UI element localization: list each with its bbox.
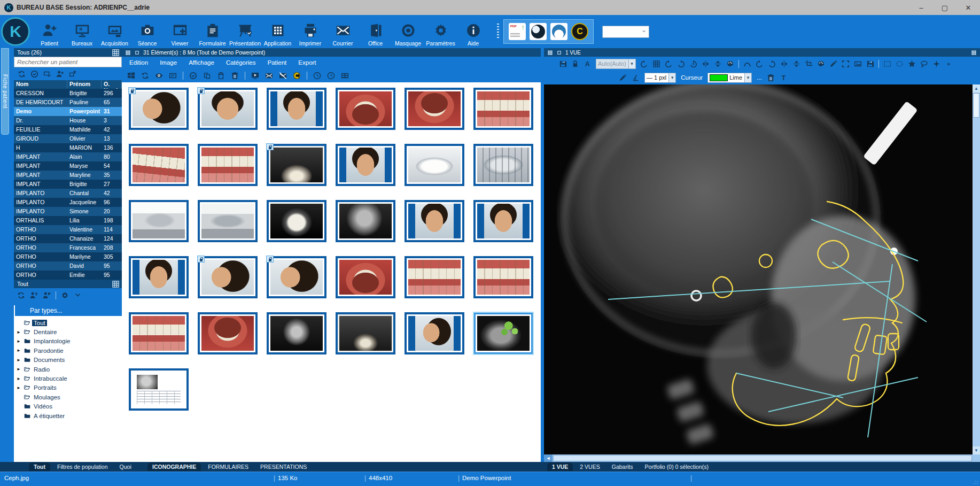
table-row[interactable]: DE HEMRICOURTPauline65 [14, 98, 122, 107]
table-row[interactable]: IMPLANTAlain80 [14, 152, 122, 161]
table-row[interactable]: ORTHOMarilyne305 [14, 252, 122, 261]
table-row[interactable]: IMPLANTOChantal42 [14, 189, 122, 198]
resize-grip[interactable]: .:: [973, 480, 978, 485]
tree-header[interactable]: Par types... [14, 305, 122, 316]
maximize-button[interactable]: ▢ [933, 0, 956, 15]
thumbnail-portrait-front[interactable] [198, 88, 258, 130]
viewer-flipv-icon[interactable] [714, 60, 722, 68]
tab-portfolio-0-0-s-lection-s-[interactable]: Portfolio (0) 0 sélection(s) [640, 462, 713, 471]
icono-cbadge-icon[interactable] [293, 72, 301, 80]
viewer-lock-icon[interactable] [571, 60, 579, 68]
tab-gabarits[interactable]: Gabarits [607, 462, 638, 471]
edit-floppy-icon[interactable] [866, 60, 874, 68]
patient-personp-icon[interactable] [56, 70, 64, 78]
tree-item-vidéos[interactable]: Vidéos [15, 402, 122, 411]
icono-envoff-icon[interactable] [279, 72, 287, 80]
table-row[interactable]: FEUILLIEMathilde42 [14, 125, 122, 134]
thumbnail-teeth-front[interactable] [129, 312, 189, 354]
patient-refresh-icon[interactable] [18, 70, 26, 78]
thumbnail-portrait-profile[interactable] [129, 88, 189, 130]
toolbar-item-formulaire[interactable]: Formulaire [196, 22, 229, 47]
viewer-floppy-icon[interactable] [559, 60, 567, 68]
toolbar-drag-handle[interactable] [497, 24, 499, 40]
toolbar-combobox[interactable] [602, 26, 649, 38]
thumbnail-panoramic-small[interactable] [336, 312, 395, 354]
icono-paste-icon[interactable] [217, 72, 225, 80]
table-row[interactable]: ORTHOValentine114 [14, 225, 122, 234]
column-prenom[interactable]: Prénom [67, 80, 102, 89]
overflow-chevs-icon[interactable]: » [945, 60, 953, 68]
table-row[interactable]: ORTHODavid95 [14, 261, 122, 271]
thumbnail-cast-profile[interactable] [129, 200, 189, 242]
table-row[interactable]: IMPLANTOJacqueline96 [14, 198, 122, 207]
icono-envx-icon[interactable] [265, 72, 273, 80]
edit-palette-icon[interactable] [817, 60, 825, 68]
thumbnail-panoramic-xray[interactable] [267, 144, 326, 186]
vertical-scrollbar[interactable]: ▲ ▼ [973, 84, 980, 454]
select-lasso-icon[interactable] [920, 60, 928, 68]
tree-gear-icon[interactable] [61, 291, 69, 299]
select-selell-icon[interactable] [896, 60, 904, 68]
annot-T-icon[interactable]: T [780, 74, 788, 82]
tab-formulaires[interactable]: FORMULAIRES [203, 462, 253, 471]
edit-curve-icon[interactable] [743, 60, 751, 68]
thumbnail-occlusal-upper[interactable] [336, 256, 395, 298]
menu-image[interactable]: Image [160, 59, 177, 66]
tab-1-vue[interactable]: 1 VUE [547, 462, 573, 471]
icono-check-icon[interactable] [189, 72, 197, 80]
horizontal-scrollbar[interactable]: ◄ [544, 454, 973, 462]
thumbnail-portrait-front-wide[interactable] [267, 88, 326, 130]
tree-item-documents[interactable]: ►Documents [15, 356, 122, 365]
select-selrect-icon[interactable] [883, 60, 891, 68]
thumbnail-xray-annotated[interactable] [473, 312, 533, 354]
icono-tableic-icon[interactable] [341, 72, 349, 80]
viewer-gridln-icon[interactable] [652, 60, 660, 68]
tree-refresh-icon[interactable] [17, 291, 25, 299]
viewer-rotl-icon[interactable] [665, 60, 673, 68]
thumbnail-ceph-xray[interactable] [336, 200, 395, 242]
tree-item-parodontie[interactable]: ►Parodontie [15, 346, 122, 355]
tree-item-dentaire[interactable]: ►Dentaire [15, 327, 122, 336]
tab-2-vues[interactable]: 2 VUES [575, 462, 604, 471]
thumbnail-ceph-report[interactable] [129, 368, 189, 411]
menu-affichage[interactable]: Affichage [189, 59, 214, 66]
expand-arrow-icon[interactable]: ► [15, 339, 22, 344]
grid-layout-icon[interactable] [547, 50, 553, 56]
vertical-scroll-thumb[interactable] [973, 93, 979, 118]
thumbnail-portrait-front-wide[interactable] [473, 200, 533, 242]
table-row[interactable]: HMARION136 [14, 143, 122, 152]
column-onomb[interactable]: O. Nomb [102, 80, 122, 89]
grid-layout-icon[interactable] [125, 50, 131, 56]
viewer-palette-icon[interactable] [726, 60, 734, 68]
app-logo[interactable]: K [1, 17, 30, 46]
thumbnail-skull-front-xray[interactable] [267, 312, 326, 354]
toolbar-item-imprimer[interactable]: Imprimer [294, 22, 326, 47]
thumbnail-teeth-front[interactable] [198, 144, 258, 186]
table-row[interactable]: ORTHALISLilia198 [14, 216, 122, 225]
viewer-fliph-icon[interactable] [702, 60, 710, 68]
toolbar-item-masquage[interactable]: Masquage [392, 22, 424, 47]
edit-crop-icon[interactable] [805, 60, 813, 68]
tab-iconographie[interactable]: ICONOGRAPHIE [147, 462, 201, 471]
tree-item-a-étiquetter[interactable]: A étiquetter [15, 411, 122, 420]
orca-light-app-icon[interactable] [550, 23, 567, 40]
draw-angle-icon[interactable] [632, 74, 640, 82]
tree-item-intrabuccale[interactable]: ►Intrabuccale [15, 374, 122, 383]
icono-refresh-icon[interactable] [141, 72, 149, 80]
color-combobox[interactable]: Lime▾ [707, 73, 752, 83]
tab-tout[interactable]: Tout [29, 462, 50, 471]
viewer-rotr-icon[interactable] [677, 60, 685, 68]
toolbar-item-présentation[interactable]: Présentation [229, 22, 261, 47]
icono-eye-icon[interactable] [155, 72, 163, 80]
thumbnail-portrait-profile[interactable] [267, 256, 326, 298]
icono-trash-icon[interactable] [231, 72, 239, 80]
thumbnail-cast-front[interactable] [198, 200, 258, 242]
scroll-up-icon[interactable]: ▲ [973, 84, 980, 92]
thumbnail-occlusal-lower[interactable] [198, 312, 258, 354]
orca-dark-app-icon[interactable] [530, 23, 547, 40]
expand-arrow-icon[interactable]: ► [15, 376, 22, 381]
horizontal-scroll-thumb[interactable] [553, 455, 972, 461]
icono-clock-icon[interactable] [313, 72, 321, 80]
annot-trash-icon[interactable] [767, 74, 775, 82]
icono-card-icon[interactable] [169, 72, 177, 80]
